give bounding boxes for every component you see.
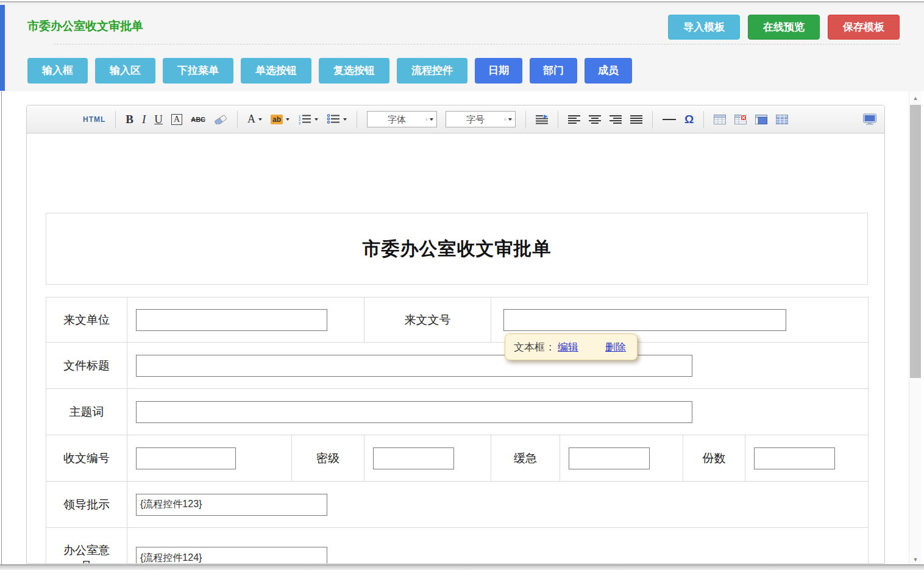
leader-note-input[interactable] [136, 494, 327, 516]
table-style-icon[interactable] [776, 115, 788, 124]
receive-no-input[interactable] [136, 447, 236, 469]
form-title: 市委办公室收文审批单 [363, 237, 552, 262]
italic-icon[interactable]: I [142, 113, 146, 126]
chevron-down-icon [508, 118, 512, 121]
online-preview-button[interactable]: 在线预览 [748, 15, 820, 40]
source-unit-input[interactable] [136, 309, 327, 331]
urgency-input[interactable] [569, 447, 650, 469]
ordered-list-icon[interactable]: 123 [298, 114, 318, 124]
subject-input[interactable] [136, 401, 692, 423]
secrecy-label: 密级 [292, 435, 364, 482]
font-frame-icon[interactable]: A [171, 114, 182, 125]
widget-textarea-button[interactable]: 输入区 [95, 58, 155, 84]
cell-properties-icon[interactable] [755, 115, 767, 124]
editor-toolbar: HTML B I U A ABC A ab 123 字体 字号 [27, 105, 884, 134]
scroll-down-arrow-icon[interactable]: ▼ [909, 557, 922, 563]
indent-icon[interactable] [536, 115, 548, 124]
unordered-list-icon[interactable] [327, 114, 347, 124]
header-divider [54, 44, 901, 45]
omega-icon[interactable]: Ω [684, 113, 694, 126]
doc-title-label: 文件标题 [46, 343, 127, 389]
widget-checkbox-button[interactable]: 复选按钮 [319, 58, 389, 84]
table-row: 办公室意见 [46, 528, 869, 565]
doc-number-input[interactable] [503, 309, 786, 331]
select-dropdown-button[interactable] [426, 118, 436, 121]
widget-flow-control-button[interactable]: 流程控件 [397, 58, 467, 84]
chevron-down-icon [286, 118, 290, 121]
toolbar-separator [525, 111, 526, 128]
font-family-select[interactable]: 字体 [367, 111, 437, 127]
chevron-down-icon [258, 118, 262, 121]
page-title: 市委办公室收文审批单 [27, 18, 143, 34]
form-title-cell: 市委办公室收文审批单 [46, 213, 868, 285]
save-template-button[interactable]: 保存模板 [828, 15, 900, 40]
source-unit-cell [127, 297, 364, 343]
horizontal-scrollbar[interactable] [0, 565, 924, 570]
align-right-icon[interactable] [609, 115, 622, 124]
bold-icon[interactable]: B [126, 113, 133, 126]
widget-input-box-button[interactable]: 输入框 [27, 58, 88, 84]
toolbar-separator [357, 111, 357, 128]
copies-input[interactable] [754, 447, 835, 469]
table-row: 收文编号 密级 缓急 份数 [46, 435, 869, 482]
receive-no-cell [127, 435, 292, 482]
vertical-scrollbar-thumb[interactable] [910, 105, 921, 378]
align-left-icon[interactable] [568, 115, 580, 124]
office-opinion-input[interactable] [136, 547, 327, 565]
subject-cell [127, 389, 869, 435]
subject-label: 主题词 [46, 389, 127, 435]
table-row: 领导批示 [46, 482, 869, 528]
highlight-icon[interactable]: ab [271, 115, 290, 124]
horizontal-rule-icon[interactable] [663, 119, 676, 120]
widget-radio-button[interactable]: 单选按钮 [241, 58, 311, 84]
secrecy-input[interactable] [373, 447, 454, 469]
insert-table-icon[interactable] [714, 115, 726, 124]
receive-no-label: 收文编号 [46, 435, 127, 482]
doc-title-cell [127, 343, 869, 389]
background-window-edge [0, 5, 5, 91]
edit-widget-link[interactable]: 编辑 [558, 340, 578, 354]
chevron-down-icon [315, 118, 318, 121]
toolbar-separator [558, 111, 558, 128]
table-row: 主题词 [46, 389, 869, 435]
approval-form-table: 来文单位 来文文号 文件标题 主题词 [46, 297, 869, 564]
table-row: 文件标题 [46, 343, 869, 389]
font-color-icon[interactable]: A [247, 113, 262, 126]
copies-label: 份数 [683, 435, 745, 482]
editor-canvas[interactable]: 市委办公室收文审批单 来文单位 来文文号 文件标题 [27, 134, 884, 564]
urgency-label: 缓急 [491, 435, 560, 482]
source-unit-label: 来文单位 [46, 297, 127, 343]
delete-table-icon[interactable] [734, 115, 747, 124]
office-opinion-cell [127, 528, 869, 565]
select-dropdown-button[interactable] [505, 118, 515, 121]
toolbar-separator [237, 111, 238, 128]
leader-note-cell [127, 482, 869, 528]
widget-member-button[interactable]: 成员 [585, 58, 632, 84]
delete-widget-link[interactable]: 删除 [605, 340, 626, 354]
eraser-icon[interactable] [214, 115, 227, 124]
leader-note-label: 领导批示 [46, 482, 127, 528]
tooltip-prefix: 文本框： [514, 340, 555, 354]
toolbar-separator [652, 111, 653, 128]
font-size-select[interactable]: 字号 [446, 111, 516, 127]
align-center-icon[interactable] [589, 115, 601, 124]
import-template-button[interactable]: 导入模板 [668, 15, 740, 40]
scroll-up-arrow-icon[interactable]: ▲ [909, 95, 922, 101]
strikethrough-icon[interactable]: ABC [191, 116, 205, 123]
html-source-icon[interactable]: HTML [83, 115, 105, 124]
urgency-cell [560, 435, 683, 482]
copies-cell [745, 435, 869, 482]
align-justify-icon[interactable] [630, 115, 642, 124]
widget-toolbar: 输入框 输入区 下拉菜单 单选按钮 复选按钮 流程控件 日期 部门 成员 [27, 58, 632, 84]
widget-department-button[interactable]: 部门 [530, 58, 577, 84]
toolbar-separator [703, 111, 704, 128]
widget-date-button[interactable]: 日期 [475, 58, 522, 84]
vertical-scrollbar[interactable]: ▲ ▼ [909, 91, 921, 565]
doc-number-label: 来文文号 [364, 297, 491, 343]
widget-dropdown-button[interactable]: 下拉菜单 [163, 58, 233, 84]
chevron-down-icon [430, 118, 433, 121]
content-left-border [1, 91, 2, 565]
underline-icon[interactable]: U [154, 113, 163, 126]
rich-text-editor: HTML B I U A ABC A ab 123 字体 字号 [26, 105, 885, 564]
fullscreen-icon[interactable] [862, 113, 877, 125]
